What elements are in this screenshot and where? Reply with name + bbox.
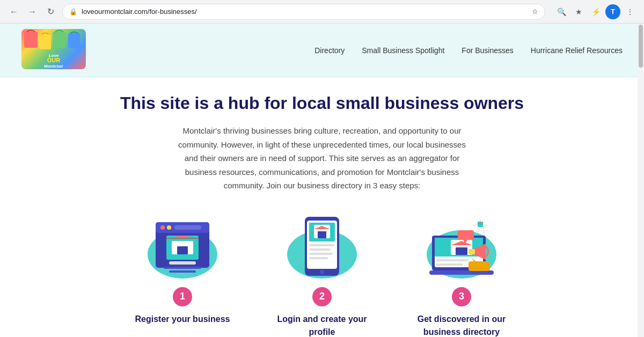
browser-chrome: ← → ↻ 🔒 loveourmontclair.com/for-busines… [0,0,644,24]
forward-button[interactable]: → [25,4,40,19]
svg-rect-34 [456,247,467,255]
step-2-label: Login and create your profile [268,313,376,338]
website: Love OUR Montclair Directory Small Busin… [0,24,644,337]
profile-button[interactable]: T [605,4,620,19]
extensions-icon[interactable]: ⚡ [588,4,603,19]
svg-point-21 [320,270,324,274]
nav-for-businesses[interactable]: For Businesses [462,46,513,55]
browser-actions: 🔍 ★ ⚡ T ⋮ [554,4,638,19]
svg-rect-3 [68,33,80,48]
svg-rect-0 [24,32,38,48]
nav-spotlight[interactable]: Small Business Spotlight [362,46,444,55]
step-3-number: 3 [452,287,471,306]
main-content: This site is a hub for local small busin… [0,77,644,337]
step-2: 2 Login and create your profile [268,209,376,338]
browser-controls: ← → ↻ [6,4,58,19]
svg-text:OUR: OUR [47,57,61,63]
bookmark-icon[interactable]: ★ [571,4,586,19]
step-1: 1 Register your business [129,209,236,326]
svg-rect-28 [309,257,328,259]
svg-rect-1 [39,34,51,49]
navigation: Love OUR Montclair Directory Small Busin… [0,24,644,77]
svg-rect-2 [53,32,66,48]
logo[interactable]: Love OUR Montclair [21,29,86,72]
svg-rect-38 [469,249,475,254]
svg-rect-24 [318,231,326,238]
back-button[interactable]: ← [6,4,21,19]
scrollbar[interactable] [638,24,644,337]
step-2-image [282,209,362,279]
svg-rect-27 [309,253,333,255]
menu-icon[interactable]: ⋮ [623,4,638,19]
address-bar[interactable]: 🔒 loveourmontclair.com/for-businesses/ ☆ [62,4,545,20]
search-icon[interactable]: 🔍 [554,4,569,19]
steps-container: 1 Register your business [21,209,623,338]
lock-icon: 🔒 [69,8,77,16]
step-1-image [142,209,223,279]
svg-rect-18 [169,270,196,273]
scrollbar-thumb[interactable] [639,25,643,68]
svg-rect-25 [309,244,335,246]
svg-rect-31 [429,270,494,275]
url-text: loveourmontclair.com/for-businesses/ [82,8,528,16]
nav-directory[interactable]: Directory [314,46,345,55]
step-3: 3 Get discovered in our business directo… [408,209,515,338]
nav-hurricane[interactable]: Hurricane Relief Resources [531,46,623,55]
step-2-number: 2 [312,287,332,306]
svg-text:Montclair: Montclair [44,64,63,69]
step-1-label: Register your business [135,313,230,326]
svg-rect-16 [169,261,196,265]
step-3-image [421,209,502,279]
step-1-number: 1 [173,287,192,306]
step-3-label: Get discovered in our business directory [408,313,515,338]
svg-rect-17 [164,267,201,269]
svg-rect-11 [174,225,201,230]
nav-links: Directory Small Business Spotlight For B… [314,46,623,55]
svg-rect-26 [309,248,331,251]
svg-rect-36 [436,263,463,266]
star-icon[interactable]: ☆ [532,8,538,16]
svg-rect-41 [469,261,490,271]
page-title: This site is a hub for local small busin… [21,93,623,113]
svg-point-9 [160,225,165,230]
page-description: Montclair's thriving businesses bring cu… [174,124,470,193]
svg-rect-15 [177,246,188,254]
reload-button[interactable]: ↻ [43,4,58,19]
svg-point-10 [167,225,171,230]
svg-rect-39 [458,230,474,240]
svg-rect-35 [436,259,469,261]
